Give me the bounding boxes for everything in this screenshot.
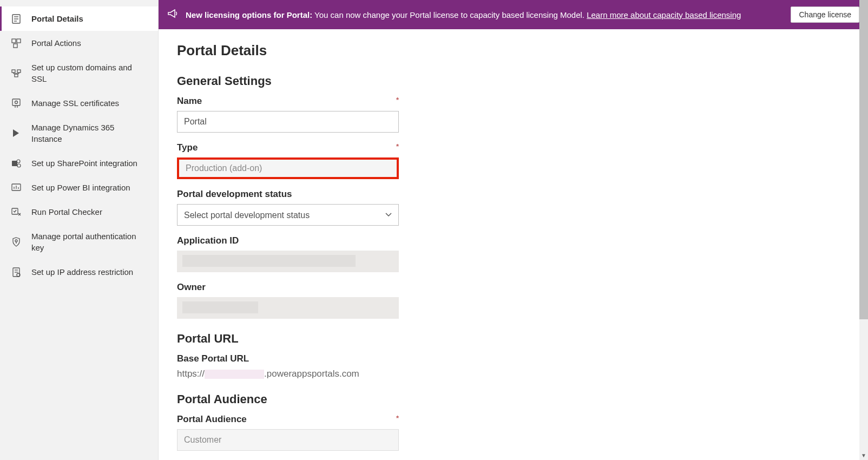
sidebar-item-label: Set up IP address restriction — [31, 266, 147, 278]
sidebar-item-portal-details[interactable]: Portal Details — [0, 6, 158, 31]
sidebar-item-ssl-certificates[interactable]: Manage SSL certificates — [0, 91, 158, 115]
sidebar: Portal Details Portal Actions Set up cus… — [0, 0, 159, 460]
sidebar-item-label: Run Portal Checker — [31, 206, 147, 218]
svg-point-15 — [15, 101, 18, 103]
dev-status-select[interactable]: Select portal development status — [177, 204, 399, 226]
sidebar-item-ip-restriction[interactable]: Set up IP address restriction — [0, 260, 158, 284]
page-title: Portal Details — [177, 42, 850, 59]
sidebar-item-label: Set up SharePoint integration — [31, 157, 147, 169]
owner-field-group: Owner — [177, 282, 399, 319]
required-mark: * — [396, 96, 399, 107]
checker-icon — [11, 207, 22, 218]
svg-rect-9 — [15, 74, 18, 77]
sidebar-item-label: Manage Dynamics 365 Instance — [31, 122, 147, 144]
sidebar-item-label: Set up custom domains and SSL — [31, 62, 147, 84]
name-input[interactable] — [177, 111, 399, 133]
portal-audience-heading: Portal Audience — [177, 392, 850, 406]
base-url-label: Base Portal URL — [177, 353, 249, 364]
app-id-value — [177, 251, 399, 272]
svg-point-26 — [15, 240, 17, 242]
name-field-group: Name * — [177, 96, 399, 133]
document-icon — [11, 14, 22, 24]
powerbi-icon — [11, 182, 22, 193]
dev-status-label: Portal development status — [177, 189, 292, 200]
sharepoint-icon — [11, 158, 22, 169]
svg-rect-6 — [14, 44, 17, 48]
sidebar-item-label: Set up Power BI integration — [31, 182, 147, 193]
portal-audience-input — [177, 429, 399, 451]
sidebar-item-label: Manage SSL certificates — [31, 97, 147, 109]
owner-label: Owner — [177, 282, 206, 293]
type-field-group: Type * — [177, 142, 399, 179]
general-settings-heading: General Settings — [177, 74, 850, 88]
domains-icon — [11, 68, 22, 78]
portal-url-heading: Portal URL — [177, 332, 850, 346]
sidebar-item-sharepoint[interactable]: Set up SharePoint integration — [0, 151, 158, 175]
sidebar-item-label: Portal Actions — [31, 37, 147, 49]
required-mark: * — [396, 414, 399, 425]
sidebar-item-custom-domains[interactable]: Set up custom domains and SSL — [0, 55, 158, 91]
sidebar-item-portal-actions[interactable]: Portal Actions — [0, 31, 158, 55]
shield-icon — [11, 236, 22, 247]
licensing-banner: New licensing options for Portal: You ca… — [159, 0, 868, 29]
svg-rect-7 — [12, 70, 15, 73]
owner-value — [177, 297, 399, 319]
url-redacted — [205, 370, 264, 379]
required-mark: * — [396, 142, 399, 153]
sidebar-item-powerbi[interactable]: Set up Power BI integration — [0, 175, 158, 200]
portal-audience-field-group: Portal Audience * — [177, 414, 399, 451]
svg-rect-14 — [12, 99, 20, 106]
app-id-label: Application ID — [177, 235, 239, 246]
banner-message: You can now change your Portal license t… — [314, 10, 584, 19]
svg-point-20 — [17, 164, 21, 167]
sidebar-item-dynamics-instance[interactable]: Manage Dynamics 365 Instance — [0, 115, 158, 151]
sidebar-item-label: Manage portal authentication key — [31, 231, 147, 253]
base-url-value: https://.powerappsportals.com — [177, 369, 399, 379]
base-url-field-group: Base Portal URL https://.powerappsportal… — [177, 353, 399, 379]
app-id-field-group: Application ID — [177, 235, 399, 272]
type-input — [177, 157, 399, 179]
change-license-button[interactable]: Change license — [791, 6, 859, 23]
banner-title: New licensing options for Portal: — [186, 10, 312, 19]
sidebar-item-portal-checker[interactable]: Run Portal Checker — [0, 200, 158, 224]
play-icon — [11, 128, 22, 139]
sidebar-item-auth-key[interactable]: Manage portal authentication key — [0, 224, 158, 260]
svg-rect-8 — [17, 70, 21, 73]
main-content: New licensing options for Portal: You ca… — [159, 0, 868, 460]
vertical-scrollbar[interactable]: ▼ — [859, 0, 868, 460]
name-label: Name — [177, 96, 202, 107]
portal-audience-label: Portal Audience — [177, 414, 247, 425]
type-label: Type — [177, 142, 198, 153]
sidebar-item-label: Portal Details — [31, 13, 147, 24]
megaphone-icon — [167, 9, 178, 20]
dev-status-field-group: Portal development status Select portal … — [177, 189, 399, 226]
svg-rect-5 — [17, 39, 21, 43]
page-content: Portal Details General Settings Name * T… — [159, 29, 868, 460]
svg-rect-4 — [12, 39, 16, 43]
banner-learn-more-link[interactable]: Learn more about capacity based licensin… — [587, 10, 741, 19]
certificate-icon — [11, 98, 22, 109]
banner-text: New licensing options for Portal: You ca… — [186, 10, 780, 19]
scroll-down-icon[interactable]: ▼ — [859, 451, 868, 460]
actions-icon — [11, 38, 22, 49]
iprestrict-icon — [11, 267, 22, 278]
scrollbar-thumb[interactable] — [859, 0, 868, 319]
